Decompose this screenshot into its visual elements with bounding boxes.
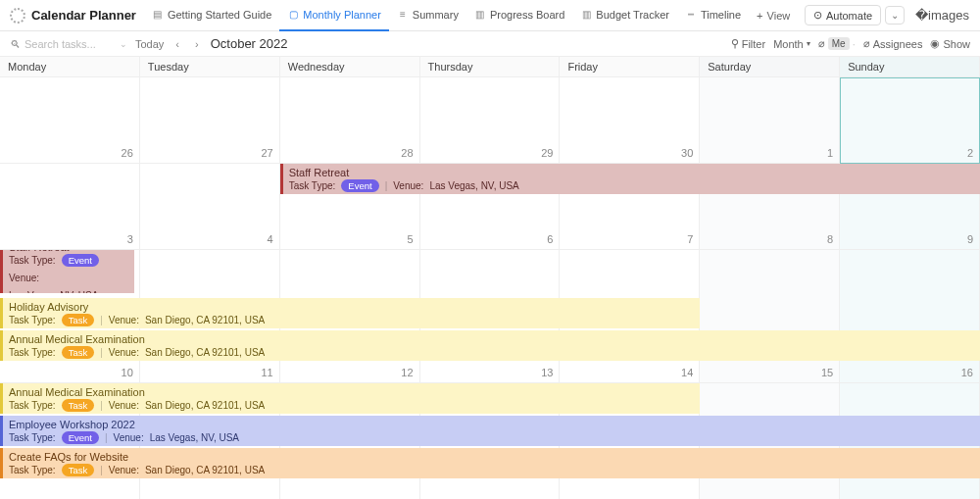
next-month-button[interactable]: › (191, 38, 203, 50)
task-type-label: Task Type: (289, 180, 336, 191)
tab-label: Summary (413, 9, 459, 21)
day-head-fri: Friday (560, 57, 700, 76)
day-head-sat: Saturday (700, 57, 840, 76)
venue-label: Venue: (393, 180, 423, 191)
search-icon: 🔍︎ (10, 38, 21, 50)
task-type-pill: Event (62, 431, 99, 444)
chevron-down-icon: ▾ (807, 39, 810, 48)
week-row: 26 27 28 29 30 1 2 (0, 77, 980, 164)
day-number: 16 (961, 367, 973, 378)
day-cell[interactable]: 30 (560, 77, 700, 164)
tab-label: Budget Tracker (596, 9, 669, 21)
day-number: 3 (127, 233, 133, 245)
venue-label: Venue: (109, 465, 139, 475)
event-title: Annual Medical Examination (9, 386, 694, 398)
day-cell[interactable]: 27 (140, 77, 280, 164)
share-icon: �images (915, 8, 969, 23)
event-staff-retreat[interactable]: Staff Retreat Task Type: Event | Venue: … (280, 164, 980, 194)
day-cell[interactable]: 15 (700, 250, 840, 383)
day-number: 26 (122, 147, 133, 159)
event-staff-retreat-cont[interactable]: Staff Retreat Task Type: Event Venue: La… (0, 250, 134, 293)
doc-icon: ▤ (152, 9, 164, 21)
app-title-group: Calendar Planner (6, 8, 144, 24)
event-meta: Task Type: Event | Venue: Las Vegas, NV,… (289, 179, 974, 192)
calendar-body: 26 27 28 29 30 1 2 3 4 5 6 7 8 9 Staff R… (0, 77, 980, 499)
event-title: Staff Retreat (9, 250, 128, 253)
tab-label: Monthly Planner (303, 9, 381, 21)
venue-label: Venue: (114, 432, 144, 443)
me-toggle[interactable]: ⌀ Me · (818, 37, 856, 50)
day-number: 15 (821, 367, 833, 378)
tab-label: Progress Board (490, 9, 564, 21)
task-type-label: Task Type: (9, 315, 56, 325)
assignees-button[interactable]: ⌀ Assignees (863, 37, 923, 50)
chevron-down-icon: ⌄ (891, 10, 899, 21)
event-meta: Task Type: Task | Venue: San Diego, CA 9… (9, 399, 694, 412)
list-icon: ≡ (397, 9, 409, 21)
board-icon: ▥ (474, 9, 486, 21)
scale-label: Month (773, 38, 804, 50)
prev-month-button[interactable]: ‹ (172, 38, 183, 50)
day-cell[interactable]: 1 (700, 77, 840, 164)
timeline-icon: ┅ (685, 9, 697, 21)
tab-budget-tracker[interactable]: ▥ Budget Tracker (572, 0, 677, 31)
event-meta: Task Type: Task | Venue: San Diego, CA 9… (9, 346, 974, 359)
filter-label: Filter (742, 38, 765, 50)
day-cell[interactable]: 16 (840, 250, 980, 383)
day-cell[interactable]: 4 (140, 164, 280, 250)
day-cell[interactable]: 26 (0, 77, 140, 164)
automate-chevron[interactable]: ⌄ (885, 6, 905, 25)
task-type-label: Task Type: (9, 347, 56, 358)
week-row: 3 4 5 6 7 8 9 Staff Retreat Task Type: E… (0, 164, 980, 250)
app-icon (10, 8, 25, 24)
task-type-label: Task Type: (9, 400, 56, 411)
day-number: 7 (687, 233, 693, 245)
event-venue: Las Vegas, NV, USA (9, 290, 98, 293)
tab-monthly-planner[interactable]: ▢ Monthly Planner (279, 0, 389, 31)
tab-label: Getting Started Guide (168, 9, 271, 21)
day-head-sun: Sunday (840, 57, 980, 76)
show-button[interactable]: ◉ Show (930, 37, 970, 50)
plus-icon: + (757, 10, 762, 22)
tab-summary[interactable]: ≡ Summary (389, 0, 466, 31)
day-number: 10 (122, 367, 133, 378)
add-view-button[interactable]: + View (749, 10, 798, 22)
day-cell[interactable]: 29 (420, 77, 561, 164)
tab-progress-board[interactable]: ▥ Progress Board (466, 0, 572, 31)
people-icon: ⌀ (863, 37, 870, 50)
venue-label: Venue: (9, 273, 39, 284)
event-annual-medical[interactable]: Annual Medical Examination Task Type: Ta… (0, 330, 980, 361)
day-cell[interactable]: 28 (280, 77, 420, 164)
event-holiday-advisory[interactable]: Holiday Advisory Task Type: Task | Venue… (0, 298, 700, 328)
event-venue: Las Vegas, NV, USA (429, 180, 518, 191)
tab-getting-started[interactable]: ▤ Getting Started Guide (144, 0, 279, 31)
day-cell[interactable]: 3 (0, 164, 140, 250)
automate-button[interactable]: ⊙ Automate (805, 5, 881, 25)
day-head-mon: Monday (0, 57, 140, 76)
event-meta: Task Type: Event Venue: Las Vegas, NV, U… (9, 254, 128, 293)
event-meta: Task Type: Task | Venue: San Diego, CA 9… (9, 314, 694, 326)
task-type-label: Task Type: (9, 432, 56, 443)
event-venue: San Diego, CA 92101, USA (145, 315, 265, 325)
day-head-tue: Tuesday (140, 57, 280, 76)
event-workshop[interactable]: Employee Workshop 2022 Task Type: Event … (0, 416, 980, 446)
assignees-label: Assignees (873, 38, 923, 50)
event-venue: San Diego, CA 92101, USA (145, 400, 265, 411)
filter-button[interactable]: ⚲ Filter (731, 37, 765, 50)
filter-icon: ⚲ (731, 37, 739, 50)
tabs-bar: Calendar Planner ▤ Getting Started Guide… (0, 0, 980, 31)
app-title: Calendar Planner (31, 8, 136, 23)
scale-dropdown[interactable]: Month ▾ (773, 38, 810, 50)
event-annual-medical-cont[interactable]: Annual Medical Examination Task Type: Ta… (0, 383, 700, 414)
share-button[interactable]: �images (910, 5, 974, 25)
event-faq[interactable]: Create FAQs for Website Task Type: Task … (0, 448, 980, 478)
day-number: 1 (827, 147, 833, 159)
day-number: 12 (401, 367, 413, 378)
tab-timeline[interactable]: ┅ Timeline (677, 0, 749, 31)
event-title: Create FAQs for Website (9, 451, 974, 463)
search-input[interactable]: 🔍︎ Search tasks... ⌄ (10, 38, 127, 50)
day-cell[interactable]: 2 (840, 77, 980, 164)
month-label: October 2022 (211, 36, 288, 51)
day-head-wed: Wednesday (280, 57, 420, 76)
today-button[interactable]: Today (135, 38, 164, 50)
